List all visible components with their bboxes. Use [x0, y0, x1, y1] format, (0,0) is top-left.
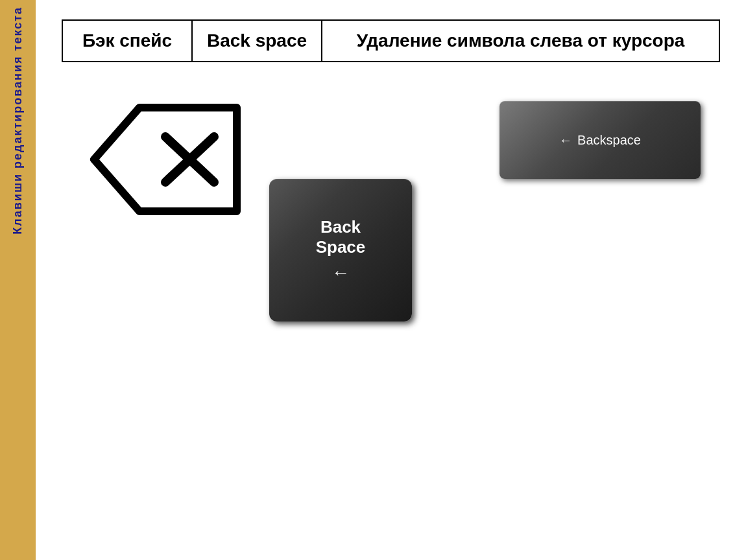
square-key-text: Back Space: [316, 217, 366, 257]
sidebar-label: Клавиши редактирования текста: [10, 6, 26, 235]
wide-key-arrow: ←: [559, 133, 572, 148]
table-cell-russian: Бэк спейс: [62, 20, 192, 62]
table-cell-english: Back space: [192, 20, 322, 62]
bottom-section: ← Backspace Back Space ←: [62, 82, 720, 341]
table-cell-description: Удаление символа слева от курсора: [322, 20, 719, 62]
info-table: Бэк спейс Back space Удаление символа сл…: [62, 19, 720, 62]
wide-key-label: Backspace: [577, 133, 641, 148]
backspace-symbol-icon: [62, 82, 269, 237]
sidebar: Клавиши редактирования текста: [0, 0, 36, 560]
main-content: Бэк спейс Back space Удаление символа сл…: [36, 0, 746, 560]
backspace-square-key: Back Space ←: [269, 179, 412, 321]
backspace-wide-key: ← Backspace: [499, 101, 701, 179]
square-key-arrow: ←: [331, 262, 350, 283]
